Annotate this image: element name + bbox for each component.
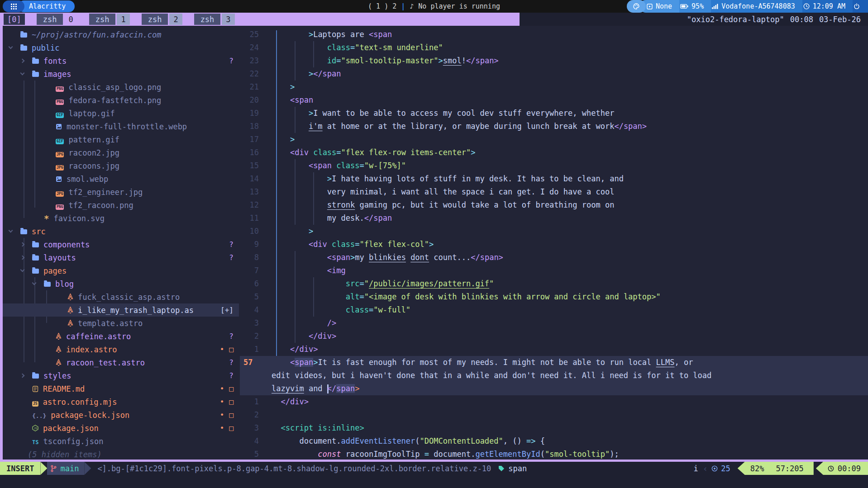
workspaces-indicator[interactable]: ( 1 ) 2 <box>368 2 396 10</box>
code-line[interactable]: 16 <div class="flex flex-row items-cente… <box>240 146 868 159</box>
tmux-window-1[interactable]: zsh1 <box>89 14 130 25</box>
code-line[interactable]: 5 alt="<image of desk with blinkies with… <box>240 290 868 303</box>
code-line[interactable]: 13 very minimal, i want all the space i … <box>240 185 868 199</box>
tree-item-label: fuck_classic_asp.astro <box>78 293 180 302</box>
chevron-right-icon[interactable] <box>20 256 25 260</box>
tree-item-caffeine-astro[interactable]: caffeine.astro? <box>3 330 239 343</box>
focused-app-pill[interactable]: Alacritty <box>18 0 75 12</box>
image-file-icon <box>56 176 62 182</box>
code-editor[interactable]: 25 >Laptops are <span24 class="text-sm u… <box>240 28 868 461</box>
code-line[interactable]: 23 id="smol-tooltip-master">smol!</span> <box>240 54 868 67</box>
chevron-down-icon[interactable] <box>9 45 13 49</box>
tmux-window-2[interactable]: zsh2 <box>142 14 182 25</box>
code-line[interactable]: 6 src="/public/images/pattern.gif" <box>240 277 868 290</box>
tree-item-i-like-my-trash-laptop-as[interactable]: i_like_my_trash_laptop.as[+] <box>3 303 239 317</box>
tree-item-smol-webp[interactable]: smol.webp <box>3 172 239 185</box>
tree-item-classic-asp-logo-png[interactable]: PNGclassic_asp_logo.png <box>3 81 239 94</box>
code-line[interactable]: 24 class="text-sm underline" <box>240 41 868 54</box>
code-line-current[interactable]: lazyvim and </span> <box>240 382 868 395</box>
tree-item-readme-md[interactable]: README.md•□ <box>3 382 239 395</box>
tree-item-tsconfig-json[interactable]: TStsconfig.json <box>3 435 239 448</box>
tree-item-components[interactable]: components? <box>3 238 239 251</box>
code-line[interactable]: 4 class="w-full" <box>240 303 868 317</box>
tree-item-index-astro[interactable]: index.astro•□ <box>3 343 239 356</box>
chevron-down-icon[interactable] <box>9 228 13 233</box>
tree-item-package-lock-json[interactable]: {..}package-lock.json•□ <box>3 408 239 422</box>
code-line[interactable]: 17 > <box>240 133 868 146</box>
tree-item-favicon-svg[interactable]: *favicon.svg <box>3 212 239 225</box>
tmux-window-3[interactable]: zsh3 <box>194 14 235 25</box>
tree-item-label: src <box>32 227 46 236</box>
code-line-current[interactable]: 57 <span>It is fast enough for most of m… <box>240 356 868 369</box>
apps-grid-icon <box>11 4 17 9</box>
code-text: <span class="w-[75%]" <box>266 159 406 172</box>
code-line[interactable]: 11 my desk.</span <box>240 212 868 225</box>
code-line[interactable]: 10 > <box>240 225 868 238</box>
code-line[interactable]: 18 i'm at home or at the library, or may… <box>240 120 868 133</box>
code-line[interactable]: 1 </div> <box>240 343 868 356</box>
tree-item-fedora-fastfetch-png[interactable]: PNGfedora-fastfetch.png <box>3 94 239 107</box>
code-line[interactable]: 12 stronk gaming pc, but it would take a… <box>240 199 868 212</box>
code-line[interactable]: 20 <span <box>240 94 868 107</box>
code-line[interactable]: 3 /> <box>240 317 868 330</box>
tree-item-astro-config-mjs[interactable]: JSastro.config.mjs•□ <box>3 395 239 408</box>
chevron-down-icon[interactable] <box>20 71 25 76</box>
code-line[interactable]: 9 <div class="flex flex-col"> <box>240 238 868 251</box>
code-line[interactable]: 5 const racoonImgToolTip = document.getE… <box>240 448 868 461</box>
chevron-right-icon[interactable] <box>20 242 25 247</box>
line-number: 25 <box>240 28 266 41</box>
code-line-current[interactable]: edit videos, but i haven't done that in … <box>240 369 868 382</box>
file-tree[interactable]: ~/proj/astro/fun.afaccin.compublicfonts?… <box>3 28 239 461</box>
chevron-down-icon[interactable] <box>32 281 37 285</box>
tree-item-pattern-gif[interactable]: GIFpattern.gif <box>3 133 239 146</box>
tree-item-package-json[interactable]: JSpackage.json•□ <box>3 422 239 435</box>
code-line[interactable]: 2 </div> <box>240 330 868 343</box>
tmux-window-0[interactable]: zsh0 <box>37 14 77 25</box>
theme-button[interactable] <box>627 0 646 13</box>
code-line[interactable]: 25 >Laptops are <span <box>240 28 868 41</box>
tree-item-tf2-engineer-jpg[interactable]: JPGtf2_engineer.jpg <box>3 185 239 199</box>
tree-item-blog[interactable]: blog <box>3 277 239 290</box>
code-line[interactable]: 15 <span class="w-[75%]" <box>240 159 868 172</box>
chevron-down-icon[interactable] <box>20 268 25 272</box>
tmux-session-badge[interactable]: [0] <box>4 14 25 25</box>
code-line[interactable]: 2 <box>240 408 868 422</box>
network-pill[interactable]: Vodafone-A56748083 <box>705 0 802 13</box>
code-line[interactable]: 3 <script is:inline> <box>240 422 868 435</box>
tree-item-src[interactable]: src <box>3 225 239 238</box>
code-text: >I hate having lots of stuff in my desk.… <box>266 172 624 185</box>
tree-item-images[interactable]: images <box>3 67 239 81</box>
code-line[interactable]: 8 <span>my blinkies dont count...</span> <box>240 251 868 264</box>
code-line[interactable]: 4 document.addEventListener("DOMContentL… <box>240 435 868 448</box>
git-branch-segment[interactable]: main <box>47 462 84 475</box>
tree-item-tf2-racoon-png[interactable]: PNGtf2_racoon.png <box>3 199 239 212</box>
tree-item--5-hidden-items-[interactable]: (5 hidden items) <box>3 448 239 461</box>
tree-item-label: racoon_test.astro <box>66 358 145 367</box>
tree-item-styles[interactable]: styles? <box>3 369 239 382</box>
apps-grid-button[interactable] <box>3 0 24 12</box>
code-line[interactable]: 7 <img <box>240 264 868 277</box>
code-line[interactable]: 19 >I want to be able to access my cool … <box>240 107 868 120</box>
player-pill-label: None <box>656 2 672 10</box>
git-staged-square-icon: □ <box>229 384 234 393</box>
code-line[interactable]: 1 </div> <box>240 395 868 408</box>
js-file-icon: JS <box>32 398 38 407</box>
tree-item-public[interactable]: public <box>3 41 239 54</box>
tree-item-fuck-classic-asp-astro[interactable]: fuck_classic_asp.astro <box>3 290 239 303</box>
tree-item-fonts[interactable]: fonts? <box>3 54 239 67</box>
tree-item-racoon2-jpg[interactable]: JPGracoon2.jpg <box>3 146 239 159</box>
tree-item-monster-full-throttle-webp[interactable]: monster-full-throttle.webp <box>3 120 239 133</box>
clock-pill[interactable]: 12:09 AM <box>796 0 853 13</box>
tree-item-layouts[interactable]: layouts? <box>3 251 239 264</box>
code-line[interactable]: 22 ></span <box>240 67 868 81</box>
tree-item-racoons-jpg[interactable]: JPGracoons.jpg <box>3 159 239 172</box>
code-line[interactable]: 14 >I hate having lots of stuff in my de… <box>240 172 868 185</box>
tree-item-template-astro[interactable]: template.astro <box>3 317 239 330</box>
chevron-right-icon[interactable] <box>20 59 25 63</box>
code-line[interactable]: 21 > <box>240 81 868 94</box>
tree-item-pages[interactable]: pages <box>3 264 239 277</box>
tree-item-racoon-test-astro[interactable]: racoon_test.astro? <box>3 356 239 369</box>
tree-item--proj-astro-fun-afaccin-com[interactable]: ~/proj/astro/fun.afaccin.com <box>3 28 239 41</box>
chevron-right-icon[interactable] <box>20 374 25 378</box>
tree-item-laptop-gif[interactable]: GIFlaptop.gif <box>3 107 239 120</box>
